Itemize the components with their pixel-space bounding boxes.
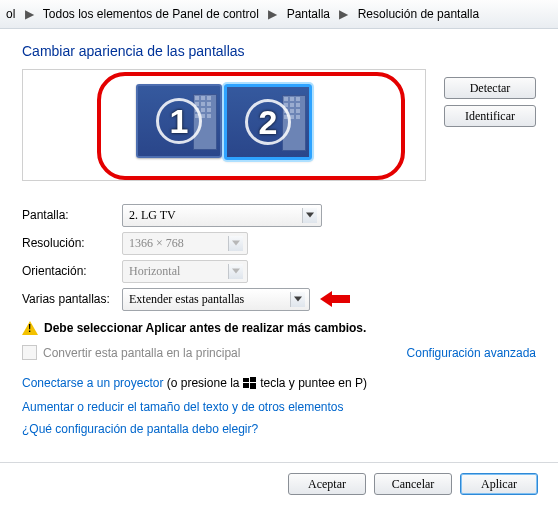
projector-tail-a: (o presione la xyxy=(167,376,243,390)
orientation-label: Orientación: xyxy=(22,264,122,278)
resolution-label: Resolución: xyxy=(22,236,122,250)
apply-button[interactable]: Aplicar xyxy=(460,473,538,495)
advanced-settings-link[interactable]: Configuración avanzada xyxy=(407,346,536,360)
dialog-footer: Aceptar Cancelar Aplicar xyxy=(0,462,558,505)
chevron-right-icon: ▶ xyxy=(19,7,40,21)
resolution-select-value: 1366 × 768 xyxy=(129,236,184,251)
cancel-button[interactable]: Cancelar xyxy=(374,473,452,495)
warning-icon: ! xyxy=(22,321,38,335)
make-primary-label: Convertir esta pantalla en la principal xyxy=(43,346,240,360)
page-title: Cambiar apariencia de las pantallas xyxy=(22,43,536,59)
breadcrumb-seg[interactable]: Todos los elementos de Panel de control xyxy=(43,7,259,21)
chevron-right-icon: ▶ xyxy=(262,7,283,21)
display-select[interactable]: 2. LG TV xyxy=(122,204,322,227)
annotation-arrow xyxy=(320,292,352,306)
projector-link[interactable]: Conectarse a un proyector xyxy=(22,376,163,390)
breadcrumb-seg[interactable]: Pantalla xyxy=(287,7,330,21)
text-size-link[interactable]: Aumentar o reducir el tamaño del texto y… xyxy=(22,400,344,414)
orientation-select[interactable]: Horizontal xyxy=(122,260,248,283)
monitor-1-number: 1 xyxy=(138,86,220,156)
svg-rect-0 xyxy=(243,378,249,382)
warning-text: Debe seleccionar Aplicar antes de realiz… xyxy=(44,321,366,335)
display-label: Pantalla: xyxy=(22,208,122,222)
multi-displays-select-value: Extender estas pantallas xyxy=(129,292,244,307)
orientation-select-value: Horizontal xyxy=(129,264,180,279)
identify-button[interactable]: Identificar xyxy=(444,105,536,127)
display-select-value: 2. LG TV xyxy=(129,208,176,223)
ok-button[interactable]: Aceptar xyxy=(288,473,366,495)
monitor-2-number: 2 xyxy=(227,87,309,157)
breadcrumb-trunc: ol xyxy=(6,7,15,21)
monitor-1[interactable]: 1 xyxy=(136,84,222,158)
breadcrumb-seg[interactable]: Resolución de pantalla xyxy=(358,7,479,21)
projector-tail-b: tecla y puntee en P) xyxy=(260,376,367,390)
multi-displays-label: Varias pantallas: xyxy=(22,292,122,306)
svg-rect-1 xyxy=(250,377,256,382)
multi-displays-select[interactable]: Extender estas pantallas xyxy=(122,288,310,311)
make-primary-checkbox xyxy=(22,345,37,360)
detect-button[interactable]: Detectar xyxy=(444,77,536,99)
windows-key-icon xyxy=(243,374,257,396)
svg-rect-2 xyxy=(243,383,249,388)
monitor-2[interactable]: 2 xyxy=(224,84,312,160)
breadcrumb[interactable]: ol ▶ Todos los elementos de Panel de con… xyxy=(0,0,558,29)
display-arrangement-area[interactable]: 1 2 xyxy=(22,69,426,181)
window: ol ▶ Todos los elementos de Panel de con… xyxy=(0,0,558,505)
svg-rect-3 xyxy=(250,383,256,389)
chevron-right-icon: ▶ xyxy=(333,7,354,21)
resolution-select[interactable]: 1366 × 768 xyxy=(122,232,248,255)
which-config-link[interactable]: ¿Qué configuración de pantalla debo eleg… xyxy=(22,422,258,436)
